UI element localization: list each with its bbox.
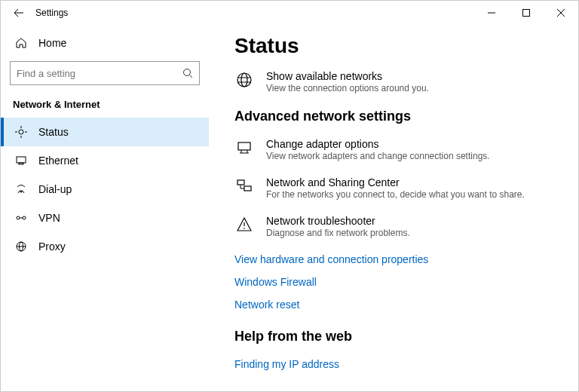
network-sharing-center[interactable]: Network and Sharing Center For the netwo… (234, 176, 575, 200)
search-input[interactable] (17, 68, 182, 79)
svg-point-15 (23, 216, 26, 219)
category-header: Network & Internet (10, 96, 200, 118)
nav-item-proxy[interactable]: Proxy (10, 232, 200, 261)
svg-point-13 (20, 191, 23, 193)
nav-label: Proxy (38, 240, 66, 253)
ethernet-icon (14, 155, 28, 167)
action-sub: View the connection options around you. (266, 83, 429, 93)
nav-label: Status (38, 126, 69, 138)
svg-rect-24 (238, 142, 250, 150)
nav-item-vpn[interactable]: VPN (10, 204, 200, 232)
link-windows-firewall[interactable]: Windows Firewall (234, 276, 575, 288)
change-adapter-options[interactable]: Change adapter options View network adap… (234, 138, 575, 161)
link-hardware-properties[interactable]: View hardware and connection properties (234, 253, 575, 265)
svg-rect-29 (244, 186, 251, 191)
action-sub: View network adapters and change connect… (266, 151, 490, 161)
titlebar: Settings (1, 1, 578, 25)
maximize-button[interactable] (509, 1, 544, 25)
adapter-icon (234, 138, 254, 158)
action-sub: Diagnose and fix network problems. (266, 228, 410, 238)
home-label: Home (38, 37, 66, 49)
vpn-icon (14, 212, 28, 224)
help-header: Help from the web (234, 329, 575, 345)
svg-point-14 (17, 216, 20, 219)
close-button[interactable] (544, 1, 578, 25)
svg-point-20 (237, 73, 251, 87)
nav-label: Dial-up (38, 183, 72, 195)
window-title: Settings (35, 8, 68, 18)
network-troubleshooter[interactable]: Network troubleshooter Diagnose and fix … (234, 215, 575, 238)
proxy-icon (14, 240, 28, 253)
home-button[interactable]: Home (10, 29, 200, 57)
minimize-icon (488, 9, 495, 17)
status-icon (14, 126, 28, 138)
svg-rect-1 (523, 10, 530, 17)
svg-point-31 (244, 228, 245, 229)
action-headline: Network and Sharing Center (266, 176, 525, 188)
svg-rect-11 (17, 157, 26, 163)
search-icon (182, 68, 193, 78)
back-arrow-icon (14, 8, 24, 18)
svg-rect-12 (19, 163, 23, 164)
action-headline: Network troubleshooter (266, 215, 410, 227)
nav-label: VPN (38, 212, 60, 224)
back-button[interactable] (7, 1, 31, 25)
svg-point-21 (241, 73, 247, 87)
sidebar: Home Network & Internet Status Ether (1, 25, 209, 391)
svg-point-4 (184, 69, 191, 76)
nav-item-ethernet[interactable]: Ethernet (10, 146, 200, 175)
svg-rect-28 (237, 180, 244, 185)
settings-window: Settings Home Networ (0, 0, 579, 392)
svg-line-5 (190, 75, 193, 78)
close-icon (557, 9, 565, 17)
troubleshoot-icon (234, 215, 254, 234)
link-network-reset[interactable]: Network reset (234, 299, 575, 311)
link-finding-ip[interactable]: Finding my IP address (234, 358, 575, 370)
page-title: Status (234, 34, 575, 58)
show-available-networks[interactable]: Show available networks View the connect… (234, 70, 575, 93)
minimize-button[interactable] (474, 1, 509, 25)
home-icon (14, 37, 28, 49)
advanced-settings-header: Advanced network settings (234, 109, 575, 124)
main-panel: Status Show available networks View the … (209, 25, 578, 391)
nav-label: Ethernet (38, 155, 78, 167)
dialup-icon (14, 183, 28, 195)
sharing-icon (234, 176, 254, 196)
nav-item-dialup[interactable]: Dial-up (10, 175, 200, 204)
action-headline: Show available networks (266, 70, 429, 82)
svg-point-6 (19, 130, 23, 134)
action-headline: Change adapter options (266, 138, 490, 150)
content-area: Home Network & Internet Status Ether (1, 25, 578, 391)
maximize-icon (522, 9, 530, 17)
globe-icon (234, 70, 254, 90)
nav-item-status[interactable]: Status (1, 118, 209, 146)
action-sub: For the networks you connect to, decide … (266, 189, 525, 200)
search-box[interactable] (10, 61, 200, 85)
